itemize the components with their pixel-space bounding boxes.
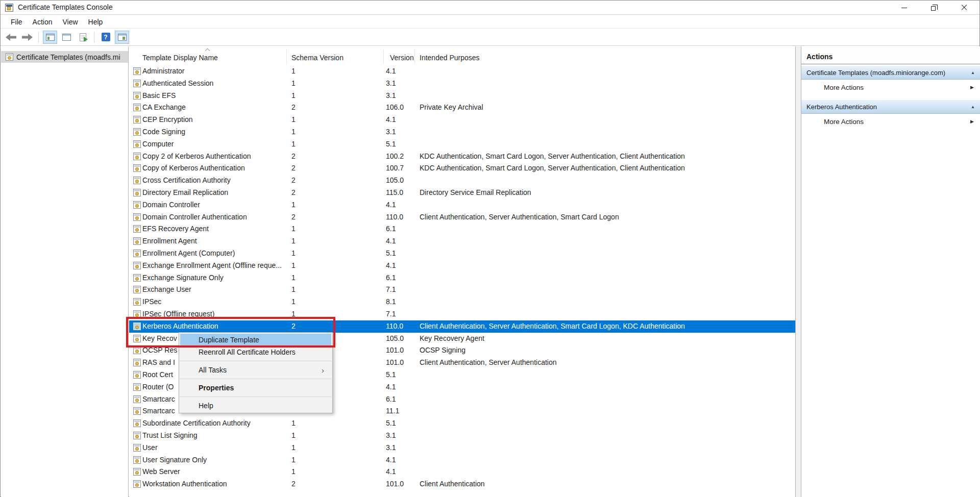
column-header-schema-version[interactable]: Schema Version: [291, 54, 344, 62]
table-row[interactable]: IPSec 1 8.1: [129, 296, 795, 308]
certificate-template-icon: [133, 116, 141, 123]
cell-template-display-name: IPSec (Offline request): [142, 310, 291, 318]
table-row[interactable]: User 1 3.1: [129, 442, 795, 454]
table-row[interactable]: CA Exchange 2 106.0 Private Key Archival: [129, 102, 795, 114]
table-row[interactable]: Copy 2 of Kerberos Authentication 2 100.…: [129, 151, 795, 163]
table-row[interactable]: Code Signing 1 3.1: [129, 126, 795, 138]
table-row[interactable]: Subordinate Certification Authority 1 5.…: [129, 417, 795, 430]
cell-version: 4.1: [386, 237, 396, 245]
close-button[interactable]: [952, 1, 976, 15]
cell-schema-version: 1: [291, 249, 296, 257]
table-row[interactable]: CEP Encryption 1 4.1: [129, 114, 795, 126]
column-header-template-display-name[interactable]: Template Display Name: [142, 54, 218, 62]
minimize-button[interactable]: [892, 1, 916, 15]
certificate-template-icon: [133, 189, 141, 196]
table-row[interactable]: Authenticated Session 1 3.1: [129, 78, 795, 90]
table-row[interactable]: User Signature Only 1 4.1: [129, 454, 795, 466]
cell-template-display-name: IPSec: [142, 297, 291, 306]
table-row[interactable]: Directory Email Replication 2 115.0 Dire…: [129, 187, 795, 199]
cell-version: 3.1: [386, 431, 396, 439]
context-menu-item-help[interactable]: Help: [180, 400, 331, 412]
table-row[interactable]: Computer 1 5.1: [129, 138, 795, 151]
more-actions-item[interactable]: More Actions ▶: [801, 114, 980, 129]
table-row[interactable]: Enrollment Agent (Computer) 1 5.1: [129, 247, 795, 260]
table-row[interactable]: Cross Certification Authority 2 105.0: [129, 175, 795, 187]
table-row[interactable]: Domain Controller 1 4.1: [129, 199, 795, 211]
table-row[interactable]: Workstation Authentication 2 101.0 Clien…: [129, 478, 795, 490]
tree-item-certificate-templates[interactable]: Certificate Templates (moadfs.mi: [1, 51, 128, 63]
show-console-tree-button[interactable]: [43, 31, 57, 44]
table-row[interactable]: Domain Controller Authentication 2 110.0…: [129, 211, 795, 223]
certificate-template-icon: [133, 359, 141, 366]
cell-template-display-name: Cross Certification Authority: [142, 176, 291, 184]
table-row[interactable]: Basic EFS 1 3.1: [129, 90, 795, 102]
certificate-template-icon: [133, 322, 141, 330]
table-row[interactable]: Exchange User 1 7.1: [129, 284, 795, 296]
column-separator[interactable]: [383, 49, 384, 64]
pane-divider[interactable]: [795, 46, 801, 497]
close-icon: [961, 5, 967, 11]
cell-version: 4.1: [386, 115, 396, 123]
menu-file[interactable]: File: [6, 16, 28, 28]
table-row[interactable]: Exchange Signature Only 1 6.1: [129, 272, 795, 284]
cell-version: 3.1: [386, 91, 396, 100]
table-row[interactable]: Copy of Kerberos Authentication 2 100.7 …: [129, 162, 795, 175]
certificate-template-icon: [133, 201, 141, 209]
properties-button[interactable]: [59, 31, 74, 44]
actions-section-header[interactable]: Kerberos Authentication ▲: [801, 100, 980, 114]
menu-separator: [180, 396, 332, 397]
context-menu-item-properties[interactable]: Properties: [180, 382, 331, 394]
cell-schema-version: 1: [291, 140, 296, 148]
menu-view[interactable]: View: [57, 16, 83, 28]
forward-button[interactable]: [20, 31, 34, 44]
table-row[interactable]: Administrator 1 4.1: [129, 65, 795, 78]
certificate-template-icon: [133, 274, 141, 282]
certificate-template-icon: [133, 250, 141, 257]
toolbar-separator: [94, 32, 94, 43]
more-actions-label: More Actions: [824, 84, 970, 91]
cell-version: 100.7: [386, 164, 404, 172]
menu-help[interactable]: Help: [83, 16, 108, 28]
certificate-template-icon: [133, 383, 141, 391]
table-row[interactable]: IPSec (Offline request) 1 7.1: [129, 308, 795, 320]
cell-schema-version: 1: [291, 467, 296, 476]
context-menu-item-duplicate-template[interactable]: Duplicate Template: [180, 334, 331, 346]
back-button[interactable]: [4, 31, 18, 44]
actions-section-header[interactable]: Certificate Templates (moadfs.miniorange…: [801, 65, 980, 80]
restore-button[interactable]: [921, 1, 945, 15]
table-row[interactable]: Enrollment Agent 1 4.1: [129, 235, 795, 247]
app-icon: [5, 4, 13, 12]
cell-template-display-name: Directory Email Replication: [142, 188, 291, 196]
table-row[interactable]: Trust List Signing 1 3.1: [129, 430, 795, 442]
context-menu-item-reenroll-all-certificate-holders[interactable]: Reenroll All Certificate Holders: [180, 346, 331, 358]
cell-version: 8.1: [386, 297, 396, 306]
certificate-template-icon: [133, 286, 141, 293]
cell-template-display-name: Code Signing: [142, 128, 291, 136]
certificate-template-icon: [133, 104, 141, 111]
cell-template-display-name: Copy 2 of Kerberos Authentication: [142, 152, 291, 160]
show-action-pane-button[interactable]: [115, 31, 129, 44]
table-row[interactable]: Web Server 1 4.1: [129, 466, 795, 478]
cell-intended-purposes: Private Key Archival: [420, 103, 483, 111]
more-actions-item[interactable]: More Actions ▶: [801, 80, 980, 95]
context-menu-item-all-tasks[interactable]: All Tasks›: [180, 364, 331, 376]
column-header-intended-purposes[interactable]: Intended Purposes: [420, 54, 480, 62]
toolbar: ?: [1, 29, 979, 46]
certificate-template-icon: [133, 237, 141, 245]
column-header-version[interactable]: Version: [390, 54, 414, 62]
export-list-button[interactable]: [76, 31, 90, 44]
column-separator[interactable]: [286, 49, 287, 64]
certificate-template-icon: [133, 262, 141, 269]
more-actions-label: More Actions: [824, 118, 970, 126]
help-button[interactable]: ?: [99, 31, 113, 44]
certificate-template-icon: [133, 371, 141, 379]
menu-action[interactable]: Action: [28, 16, 58, 28]
export-list-icon: [80, 33, 86, 41]
table-row[interactable]: EFS Recovery Agent 1 6.1: [129, 223, 795, 235]
table-row[interactable]: Exchange Enrollment Agent (Offline reque…: [129, 260, 795, 272]
menu-item-label: Properties: [199, 384, 324, 392]
cell-template-display-name: EFS Recovery Agent: [142, 225, 291, 233]
table-row[interactable]: Kerberos Authentication 2 110.0 Client A…: [129, 320, 795, 333]
certificate-template-icon: [133, 225, 141, 233]
column-separator[interactable]: [414, 49, 415, 64]
